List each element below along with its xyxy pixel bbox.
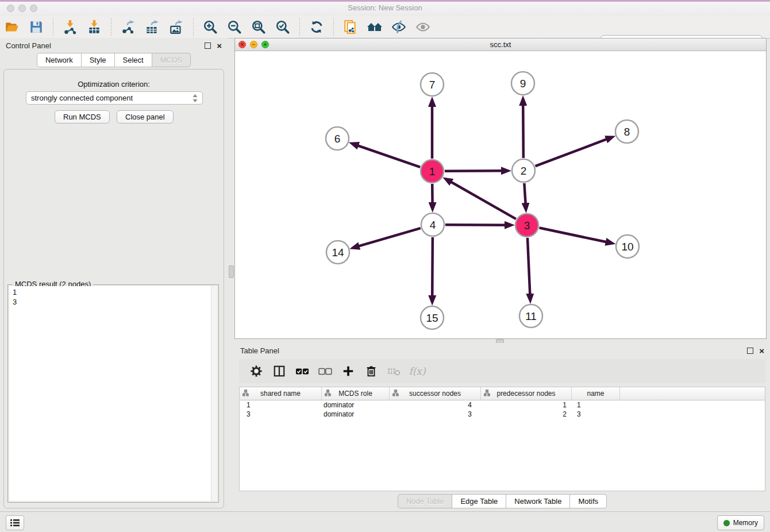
table-row[interactable]: 3dominator323: [240, 410, 765, 419]
tab-select[interactable]: Select: [115, 53, 152, 67]
task-history-button[interactable]: [6, 515, 24, 530]
import-table-icon[interactable]: [86, 18, 103, 36]
graph-edge-4-15[interactable]: [432, 237, 433, 297]
vertical-split-handle[interactable]: [229, 265, 234, 278]
graph-edge-4-3[interactable]: [445, 225, 506, 225]
graph-node-label: 1: [429, 165, 436, 178]
close-panel-button[interactable]: Close panel: [117, 110, 174, 124]
import-network-icon[interactable]: [61, 18, 79, 36]
graph-edge-1-2[interactable]: [445, 171, 503, 171]
mcds-result-group: MCDS result (2 nodes) 1 3: [7, 284, 219, 503]
graph-node-label: 14: [332, 246, 344, 259]
table-cell[interactable]: 3: [572, 410, 620, 418]
tab-node-table[interactable]: Node Table: [398, 494, 453, 508]
refresh-icon[interactable]: [308, 18, 325, 36]
control-panel: Control Panel × Network Style Select MCD…: [0, 38, 228, 511]
table-cell[interactable]: dominator: [322, 410, 390, 418]
graph-edge-2-8[interactable]: [536, 139, 608, 167]
table-cell[interactable]: 1: [481, 401, 572, 409]
delete-column-icon[interactable]: [363, 363, 380, 380]
table-cell[interactable]: 3: [390, 410, 481, 418]
column-header-label: name: [587, 390, 604, 398]
table-body: 1dominator4113dominator323: [240, 400, 765, 419]
tab-network[interactable]: Network: [37, 53, 82, 67]
tab-edge-table[interactable]: Edge Table: [452, 494, 506, 508]
graph-edge-1-6[interactable]: [357, 145, 420, 167]
graph-node-label: 2: [521, 165, 527, 177]
zoom-selected-icon[interactable]: [274, 18, 291, 36]
show-column-icon[interactable]: [271, 363, 288, 380]
result-scrollbar[interactable]: [211, 286, 217, 501]
graph-node-label: 8: [624, 126, 630, 138]
select-all-checks-icon[interactable]: [294, 363, 311, 380]
show-panel-eye-icon[interactable]: [414, 18, 432, 36]
graph-edge-2-9[interactable]: [523, 104, 523, 158]
network-canvas[interactable]: 1234678910111415: [236, 51, 765, 338]
toolbar-separator: [193, 18, 194, 36]
criterion-selected-value: strongly connected component: [31, 94, 133, 102]
float-panel-icon[interactable]: [205, 43, 211, 49]
zoom-in-icon[interactable]: [202, 18, 219, 36]
zoom-fit-icon[interactable]: [250, 18, 267, 36]
graph-node-label: 7: [429, 79, 436, 91]
graph-edge-3-10[interactable]: [540, 228, 607, 242]
table-cell[interactable]: 1: [572, 401, 620, 409]
table-cell[interactable]: 1: [240, 401, 322, 409]
memory-button[interactable]: Memory: [717, 515, 764, 530]
hide-panel-eye-icon[interactable]: [390, 18, 407, 36]
graph-node-label: 4: [430, 219, 436, 231]
toolbar-separator: [299, 18, 300, 36]
column-header-predecessor-nodes[interactable]: predecessor nodes: [481, 387, 572, 400]
column-header-label: successor nodes: [409, 390, 461, 398]
delete-table-icon[interactable]: [386, 363, 403, 380]
close-panel-icon[interactable]: ×: [217, 41, 222, 50]
float-table-panel-icon[interactable]: [747, 348, 753, 354]
network-window-titlebar[interactable]: × − + scc.txt: [235, 38, 766, 51]
toolbar-separator: [53, 18, 53, 36]
tab-mcds[interactable]: MCDS: [152, 53, 191, 67]
close-table-panel-icon[interactable]: ×: [759, 346, 764, 355]
column-header-label: shared name: [260, 390, 301, 398]
home-icon[interactable]: [366, 18, 383, 36]
table-cell[interactable]: 3: [240, 410, 322, 418]
titlebar-tint-strip: [0, 0, 770, 2]
save-session-icon[interactable]: [28, 18, 45, 36]
graph-node-label: 11: [525, 310, 537, 322]
table-cell[interactable]: 2: [481, 410, 572, 418]
window-title: Session: New Session: [0, 3, 770, 12]
table-options-gear-icon[interactable]: [248, 363, 265, 380]
export-table-icon[interactable]: [144, 18, 161, 36]
deselect-all-checks-icon[interactable]: [317, 363, 334, 380]
criterion-select[interactable]: strongly connected component: [26, 91, 203, 105]
graph-edge-2-3[interactable]: [524, 183, 525, 205]
export-network-icon[interactable]: [120, 18, 137, 36]
column-header-label: MCDS role: [338, 390, 372, 398]
table-cell[interactable]: 4: [390, 401, 481, 409]
tab-network-table[interactable]: Network Table: [506, 494, 570, 508]
run-mcds-button[interactable]: Run MCDS: [55, 110, 110, 124]
graph-node-label: 9: [520, 78, 526, 90]
column-header-MCDS-role[interactable]: MCDS role: [322, 387, 390, 400]
open-session-icon[interactable]: [3, 18, 21, 36]
zoom-out-icon[interactable]: [226, 18, 243, 36]
column-header-label: predecessor nodes: [496, 390, 555, 398]
graph-edge-3-1[interactable]: [450, 182, 516, 219]
tab-style[interactable]: Style: [82, 53, 115, 67]
column-header-shared-name[interactable]: shared name: [240, 387, 322, 400]
column-header-successor-nodes[interactable]: successor nodes: [390, 387, 481, 400]
graph-edge-4-14[interactable]: [358, 228, 421, 246]
tab-motifs[interactable]: Motifs: [570, 494, 607, 508]
node-table: shared nameMCDS rolesuccessor nodesprede…: [239, 387, 765, 491]
add-column-icon[interactable]: [340, 363, 357, 380]
column-header-name[interactable]: name: [572, 387, 620, 400]
graph-edge-3-11[interactable]: [528, 238, 530, 295]
table-cell[interactable]: dominator: [322, 401, 390, 409]
optimization-criterion-label: Optimization criterion:: [4, 80, 224, 88]
network-from-document-icon[interactable]: [342, 18, 359, 36]
memory-status-dot: [723, 520, 730, 526]
mcds-tab-pane: Optimization criterion: strongly connect…: [3, 69, 224, 508]
table-row[interactable]: 1dominator411: [240, 400, 765, 410]
table-toolbar: f(x): [239, 359, 765, 383]
export-image-icon[interactable]: [168, 18, 185, 36]
mcds-result-text[interactable]: 1 3: [9, 286, 217, 501]
